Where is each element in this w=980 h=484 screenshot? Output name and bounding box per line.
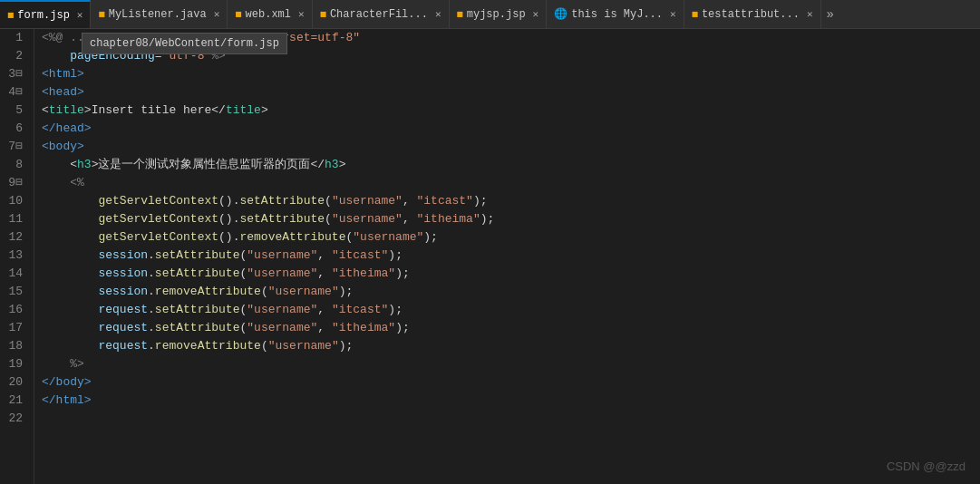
l11-end: ); bbox=[480, 210, 495, 228]
l5-title-open: title bbox=[49, 102, 84, 120]
csdn-watermark: CSDN @@zzd bbox=[887, 460, 965, 473]
l18-s1: "username" bbox=[268, 337, 339, 355]
l14-dot: . bbox=[148, 265, 155, 283]
l12-end: ); bbox=[423, 228, 438, 247]
l17-comma: , bbox=[317, 319, 332, 337]
l3-html-open: <html> bbox=[42, 65, 84, 83]
l13-end: ); bbox=[388, 247, 403, 265]
ln-13: 13 bbox=[7, 247, 23, 265]
l20-body-close: </body> bbox=[42, 373, 92, 392]
l14-session: session bbox=[98, 265, 148, 283]
l15-dot: . bbox=[148, 283, 155, 301]
l11-indent bbox=[42, 210, 98, 228]
close-myjsp[interactable]: ✕ bbox=[533, 8, 539, 20]
close-this-is-myj[interactable]: ✕ bbox=[670, 8, 676, 20]
editor-area: 1 2 3⊟ 4⊟ 5 6 7⊟ 8 9⊟ 10 11 12 13 14 15 … bbox=[0, 29, 980, 484]
l21-html-close: </html> bbox=[42, 392, 92, 410]
l18-indent bbox=[42, 337, 98, 355]
tab-myjsp[interactable]: ◼ myjsp.jsp ✕ bbox=[450, 0, 548, 28]
l14-indent bbox=[42, 265, 98, 283]
ln-10: 10 bbox=[7, 192, 23, 210]
tab-testattribut[interactable]: ◼ testattribut... ✕ bbox=[684, 0, 821, 28]
l13-session: session bbox=[98, 247, 148, 265]
l15-p1: ( bbox=[261, 283, 268, 301]
code-line-4: <head> bbox=[42, 83, 973, 102]
file-icon-mylistener: ◼ bbox=[98, 7, 104, 21]
l13-set: setAttribute bbox=[155, 247, 240, 265]
tab-label-form-jsp: form.jsp bbox=[17, 9, 70, 22]
l16-end: ); bbox=[388, 301, 403, 319]
tab-label-web-xml: web.xml bbox=[246, 8, 291, 21]
file-icon-web-xml: ◼ bbox=[235, 7, 241, 21]
l15-session: session bbox=[98, 283, 148, 301]
l13-s2: "itcast" bbox=[332, 247, 388, 265]
l14-end: ); bbox=[395, 265, 410, 283]
l13-dot: . bbox=[148, 247, 155, 265]
close-form-jsp[interactable]: ✕ bbox=[77, 9, 83, 21]
l12-indent bbox=[42, 228, 98, 247]
tab-label-testattribut: testattribut... bbox=[702, 8, 800, 21]
tab-web-xml[interactable]: ◼ web.xml ✕ bbox=[228, 0, 312, 28]
l22-empty bbox=[42, 410, 49, 428]
close-mylistener[interactable]: ✕ bbox=[214, 8, 220, 20]
code-line-3: <html> bbox=[42, 65, 973, 83]
l19-indent bbox=[42, 355, 70, 373]
l5-gt2: > bbox=[261, 102, 268, 120]
code-line-15: session.removeAttribute("username"); bbox=[42, 283, 973, 301]
l8-gt1: > bbox=[92, 156, 99, 174]
close-testattribut[interactable]: ✕ bbox=[807, 8, 813, 20]
l17-s2: "itheima" bbox=[332, 319, 395, 337]
l12-remove: removeAttribute bbox=[239, 228, 345, 247]
code-line-21: </html> bbox=[42, 392, 973, 410]
l14-p1: ( bbox=[239, 265, 247, 283]
l11-method: getServletContext bbox=[98, 210, 218, 228]
l14-s2: "itheima" bbox=[332, 265, 395, 283]
code-line-9: <% bbox=[42, 174, 973, 192]
ln-14: 14 bbox=[7, 265, 23, 283]
code-line-6: </head> bbox=[42, 120, 973, 138]
file-path-tooltip: chapter08/WebContent/form.jsp bbox=[82, 33, 287, 54]
l9-jsp-open: <% bbox=[70, 174, 84, 192]
ln-2: 2 bbox=[7, 47, 23, 65]
l8-text: 这是一个测试对象属性信息监听器的页面 bbox=[98, 156, 310, 174]
l11-s2: "itheima" bbox=[417, 210, 480, 228]
close-web-xml[interactable]: ✕ bbox=[298, 8, 305, 20]
l16-dot: . bbox=[148, 301, 155, 319]
ln-12: 12 bbox=[7, 228, 23, 247]
l10-indent bbox=[42, 192, 98, 210]
tab-label-characterfil: CharacterFil... bbox=[330, 8, 428, 21]
tab-form-jsp[interactable]: ◼ form.jsp ✕ bbox=[0, 0, 91, 28]
l15-end: ); bbox=[339, 283, 354, 301]
tab-this-is-myj[interactable]: 🌐 this is MyJ... ✕ bbox=[547, 0, 684, 28]
l18-dot: . bbox=[148, 337, 155, 355]
code-line-22 bbox=[42, 410, 973, 428]
code-line-10: getServletContext().setAttribute("userna… bbox=[42, 192, 973, 210]
l5-title-close: title bbox=[226, 102, 261, 120]
l13-p1: ( bbox=[239, 247, 247, 265]
l11-set: setAttribute bbox=[239, 210, 325, 228]
l8-lt2: </ bbox=[310, 156, 325, 174]
file-icon-myjsp: ◼ bbox=[457, 7, 463, 21]
l5-gt1: > bbox=[84, 102, 92, 120]
tab-overflow-button[interactable]: » bbox=[821, 7, 839, 22]
code-line-12: getServletContext().removeAttribute("use… bbox=[42, 228, 973, 247]
l16-indent bbox=[42, 301, 98, 319]
l15-indent bbox=[42, 283, 98, 301]
code-content[interactable]: <%@ ...contentType="text/html; charset=u… bbox=[34, 29, 980, 484]
l12-paren1: (). bbox=[218, 228, 239, 247]
file-icon-testattribut: ◼ bbox=[692, 7, 698, 21]
code-line-8: <h3>这是一个测试对象属性信息监听器的页面</h3> bbox=[42, 156, 973, 174]
l12-method: getServletContext bbox=[98, 228, 218, 247]
ln-1: 1 bbox=[7, 29, 23, 47]
ln-19: 19 bbox=[7, 355, 23, 373]
l10-s2: "itcast" bbox=[417, 192, 473, 210]
tab-mylistener[interactable]: ◼ MyListener.java ✕ bbox=[91, 0, 228, 28]
close-characterfil[interactable]: ✕ bbox=[435, 8, 441, 20]
ln-7: 7⊟ bbox=[7, 138, 23, 156]
l11-s1: "username" bbox=[332, 210, 403, 228]
ln-4: 4⊟ bbox=[7, 83, 23, 102]
code-line-7: <body> bbox=[42, 138, 973, 156]
tab-characterfil[interactable]: ◼ CharacterFil... ✕ bbox=[313, 0, 450, 28]
ln-21: 21 bbox=[7, 392, 23, 410]
ln-16: 16 bbox=[7, 301, 23, 319]
